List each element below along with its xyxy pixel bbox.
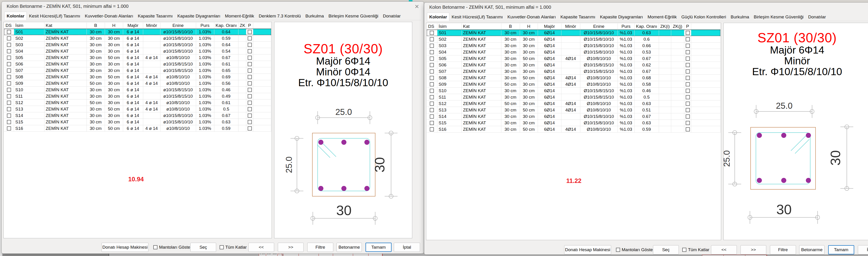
- column-header[interactable]: Purs: [618, 24, 634, 30]
- filter-button[interactable]: Filtre: [770, 245, 796, 254]
- row-checkbox[interactable]: [248, 101, 252, 105]
- row-checkbox[interactable]: [430, 37, 434, 41]
- table-row[interactable]: S10ZEMİN KAT30 cm30 cm6Ø14Ø10/15/8/15/10…: [427, 87, 720, 94]
- table-row[interactable]: S03ZEMİN KAT30 cm30 cm6 ø 14ø10/15/8/10/…: [4, 42, 271, 48]
- row-checkbox[interactable]: [686, 63, 690, 67]
- row-checkbox[interactable]: [430, 44, 434, 48]
- row-checkbox[interactable]: [7, 94, 11, 98]
- tab-kesit-h-cresi-lif-tasar-m-[interactable]: Kesit Hücresi(Lif) Tasarımı: [449, 13, 505, 21]
- row-checkbox[interactable]: [248, 113, 252, 118]
- row-checkbox[interactable]: [248, 75, 252, 79]
- show-jackets-checkbox[interactable]: Mantoları Göster: [153, 243, 192, 252]
- ok-button[interactable]: Tamam: [366, 243, 392, 252]
- row-checkbox[interactable]: [430, 121, 434, 125]
- row-checkbox[interactable]: [430, 108, 434, 112]
- row-checkbox[interactable]: [686, 102, 690, 106]
- row-checkbox[interactable]: [686, 76, 690, 80]
- row-checkbox[interactable]: [7, 43, 11, 47]
- row-checkbox[interactable]: [7, 88, 11, 92]
- column-header[interactable]: B: [87, 23, 105, 29]
- row-checkbox[interactable]: [430, 95, 434, 99]
- column-header[interactable]: DS: [4, 23, 14, 29]
- tab-denklem-7-3-kontrol-[interactable]: Denklem 7.3 Kontrolü: [256, 12, 303, 20]
- column-header[interactable]: H: [105, 23, 123, 29]
- show-jackets-checkbox[interactable]: Mantoları Göster: [616, 245, 654, 254]
- row-checkbox[interactable]: [430, 50, 434, 54]
- column-header[interactable]: İsim: [14, 23, 44, 29]
- row-checkbox[interactable]: [430, 76, 434, 80]
- row-checkbox[interactable]: [248, 107, 252, 111]
- row-checkbox[interactable]: [248, 43, 252, 47]
- row-checkbox[interactable]: [248, 120, 252, 124]
- table-row[interactable]: S06ZEMİN KAT30 cm30 cm6Ø14Ø10/15/8/15/10…: [427, 62, 720, 68]
- column-header[interactable]: DS: [427, 24, 437, 30]
- row-checkbox[interactable]: [7, 62, 11, 66]
- title-bar[interactable]: Kolon Betonarme - ZEMİN KAT, S01, minimu…: [2, 2, 424, 11]
- column-header[interactable]: ZK(i): [659, 24, 671, 30]
- tab-burkulma[interactable]: Burkulma: [728, 13, 751, 21]
- tab-birle-im-kesme-g-venli-i[interactable]: Birleşim Kesme Güvenliği: [751, 13, 806, 21]
- tab-g-l-kolon-kontrolleri[interactable]: Güçlü Kolon Kontrolleri: [679, 13, 728, 21]
- tab-birle-im-kesme-g-venli-i[interactable]: Birleşim Kesme Güvenliği: [326, 12, 380, 20]
- table-row[interactable]: S16ZEMİN KAT30 cm50 cm6 ø 144 ø 14ø10/8/…: [4, 125, 271, 132]
- tab-burkulma[interactable]: Burkulma: [303, 12, 326, 20]
- row-checkbox[interactable]: [430, 63, 434, 67]
- column-header[interactable]: Majör: [538, 24, 561, 30]
- row-checkbox[interactable]: [248, 36, 252, 40]
- table-row[interactable]: S15ZEMİN KAT30 cm30 cm6 ø 14ø10/15/8/10/…: [4, 119, 271, 125]
- row-checkbox[interactable]: [248, 56, 252, 60]
- table-row[interactable]: S15ZEMİN KAT30 cm30 cm6Ø14Ø10/15/8/10/10…: [427, 120, 720, 126]
- row-checkbox[interactable]: [430, 57, 434, 61]
- row-checkbox[interactable]: [7, 107, 11, 111]
- row-checkbox[interactable]: [7, 30, 11, 34]
- table-row[interactable]: S07ZEMİN KAT30 cm30 cm6 ø 14ø10/15/8/15/…: [4, 67, 271, 74]
- table-row[interactable]: S06ZEMİN KAT30 cm30 cm6 ø 14ø10/15/8/15/…: [4, 61, 271, 67]
- row-checkbox[interactable]: [248, 49, 252, 53]
- tab-donat-lar[interactable]: Donatılar: [380, 12, 403, 20]
- table-row[interactable]: S05ZEMİN KAT30 cm50 cm6 ø 144 ø 14ø10/8/…: [4, 54, 271, 61]
- rebar-calculator-button[interactable]: Donatı Hesap Makinesi: [564, 245, 611, 254]
- row-checkbox[interactable]: [7, 36, 11, 40]
- column-header[interactable]: Kap. Oranı: [634, 24, 659, 30]
- row-checkbox[interactable]: [686, 82, 690, 86]
- row-checkbox[interactable]: [430, 127, 434, 132]
- select-button[interactable]: Seç: [190, 243, 216, 252]
- concrete-button[interactable]: Betonarme: [337, 243, 362, 252]
- table-row[interactable]: S12ZEMİN KAT50 cm30 cm6 ø 144 ø 14ø10/8/…: [4, 100, 271, 106]
- row-checkbox[interactable]: [7, 69, 11, 73]
- row-checkbox[interactable]: [248, 88, 252, 92]
- row-checkbox[interactable]: [7, 120, 11, 124]
- prev-button[interactable]: <<: [248, 243, 274, 252]
- row-checkbox[interactable]: [686, 114, 690, 118]
- select-button[interactable]: Seç: [653, 245, 679, 254]
- column-header[interactable]: B: [501, 24, 520, 30]
- column-header[interactable]: P: [246, 23, 253, 29]
- row-checkbox[interactable]: [7, 56, 11, 60]
- table-row[interactable]: S02ZEMİN KAT30 cm30 cm6 ø 14ø10/15/8/10/…: [4, 35, 271, 42]
- cancel-button[interactable]: İptal: [394, 243, 420, 252]
- tab-moment-e-rilik[interactable]: Moment-Eğrilik: [223, 12, 256, 20]
- row-checkbox[interactable]: [248, 94, 252, 98]
- tab-kapasite-tasar-m-[interactable]: Kapasite Tasarımı: [135, 12, 175, 20]
- row-checkbox[interactable]: [686, 95, 690, 99]
- table-row[interactable]: S14ZEMİN KAT30 cm30 cm6 ø 14ø10/15/8/10/…: [4, 112, 271, 119]
- table-row[interactable]: S13ZEMİN KAT30 cm50 cm6Ø144Ø14Ø10/8/10/1…: [427, 107, 720, 113]
- column-header[interactable]: ZK(j): [671, 24, 684, 30]
- tab-kapasite-diyagramlar-[interactable]: Kapasite Diyagramları: [175, 12, 223, 20]
- title-bar[interactable]: Kolon Betonarme - ZEMİN KAT, S01, minimu…: [424, 3, 868, 12]
- row-checkbox[interactable]: [7, 75, 11, 79]
- table-row[interactable]: S11ZEMİN KAT30 cm30 cm6 ø 14ø10/15/8/15/…: [4, 93, 271, 100]
- row-checkbox[interactable]: [7, 49, 11, 53]
- column-header[interactable]: İsim: [437, 24, 462, 30]
- row-checkbox[interactable]: [7, 113, 11, 118]
- row-checkbox[interactable]: [686, 127, 690, 132]
- row-checkbox[interactable]: [7, 81, 11, 85]
- cancel-button[interactable]: İptal: [858, 245, 868, 254]
- row-checkbox[interactable]: [430, 102, 434, 106]
- row-checkbox[interactable]: [248, 69, 252, 73]
- tab-donat-lar[interactable]: Donatılar: [806, 13, 828, 21]
- tab-kapasite-diyagramlar-[interactable]: Kapasite Diyagramları: [597, 13, 645, 21]
- column-header[interactable]: Enine: [160, 23, 196, 29]
- column-header[interactable]: Majör: [123, 23, 143, 29]
- row-checkbox[interactable]: [248, 81, 252, 85]
